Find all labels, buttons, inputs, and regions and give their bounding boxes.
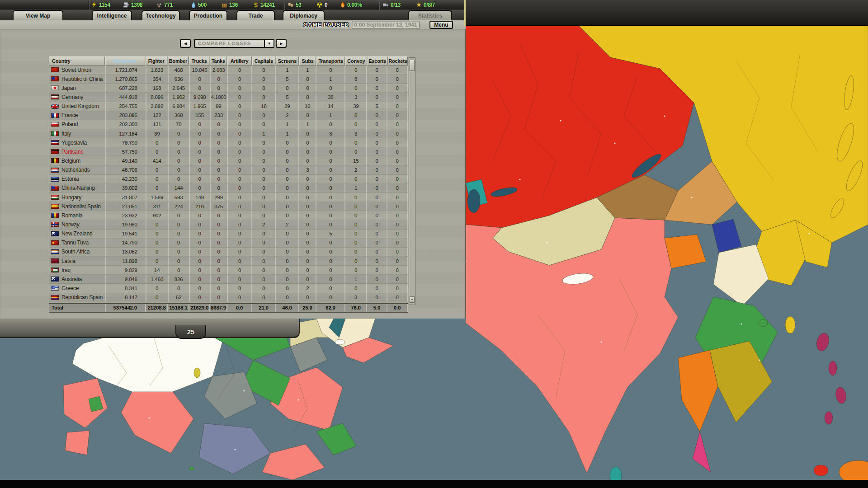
chevron-down-icon[interactable]: ▼ [264,40,274,47]
manpower-icon [288,2,294,8]
column-header-tanks[interactable]: Tanks [210,56,226,66]
country-name: Estonia [61,176,79,182]
column-header-transports[interactable]: Transports [316,56,345,66]
tab-technology[interactable]: Technology [142,10,180,21]
value-cell: 39.002 [106,184,146,192]
tab-statistics[interactable]: Statistics [408,10,452,21]
country-flag-icon [51,258,59,263]
table-row: Poland202.300131700000110000 [49,120,408,129]
column-header-country[interactable]: Country [49,56,105,66]
table-body: Soviet Union1.721.0741.83346810.0452.683… [49,66,408,302]
resource-rare-materials: 771 [156,1,173,9]
column-header-trucks[interactable]: Trucks [189,56,209,66]
value-cell: 0 [211,147,228,156]
value-cell: 0 [387,93,408,101]
column-header-convoy[interactable]: Convoy [345,56,367,66]
value-cell: 1 [276,66,299,74]
value-cell: 0 [316,156,345,165]
ledger-select-label: COMPARE LOSSES [195,41,251,46]
value-cell: 0 [228,184,253,192]
column-header-fighter[interactable]: Fighter [146,56,167,66]
value-cell: 0 [345,211,367,220]
value-cell: 42.230 [106,175,146,183]
tab-diplomacy[interactable]: Diplomacy [283,10,325,21]
value-cell: 0 [387,230,408,238]
tab-trade[interactable]: Trade [236,10,275,21]
value-cell: 0 [146,293,169,302]
value-cell: 3 [316,129,345,138]
scrollbar-thumb[interactable] [410,60,415,71]
ledger-page-indicator[interactable]: 25 [175,325,206,339]
value-cell: 1 [345,275,367,283]
ledger-prev-button[interactable]: ◀ [180,39,191,48]
value-cell: 468 [169,66,190,74]
tab-intelligence[interactable]: Intelligence [92,10,132,21]
column-header-bomber[interactable]: Bomber [168,56,189,66]
menu-button[interactable]: Menu [429,21,453,29]
value-cell: 0 [169,284,190,292]
value-cell: 0 [190,266,211,274]
country-flag-icon [51,195,59,200]
country-cell: Estonia [49,175,106,183]
tab-view-map[interactable]: View Map [13,10,63,21]
value-cell: 2 [276,220,299,229]
value-cell: 0 [299,202,316,211]
country-flag-icon [51,286,59,291]
value-cell: 0 [387,102,408,111]
value-cell: 0 [316,257,345,265]
value-cell: 0 [228,102,253,111]
value-cell: 607.228 [106,84,146,92]
value-cell: 1 [316,75,345,83]
value-cell: 0 [387,248,408,256]
value-cell: 5 [276,93,299,101]
column-header-screens[interactable]: Screens [276,56,299,66]
value-cell: 0 [228,230,253,238]
value-cell: 0 [367,266,387,274]
value-cell: 0 [345,220,367,229]
country-flag-icon [51,177,59,182]
value-cell: 1 [299,120,316,129]
value-cell: 9.829 [106,266,146,274]
value-cell: 0 [299,156,316,165]
value-cell: 0 [276,230,299,238]
country-name: Japan [61,85,76,91]
value-cell: 122 [146,111,169,120]
value-cell: 0 [345,284,367,292]
column-header-capitals[interactable]: Capitals [252,56,275,66]
value-cell: 0 [146,147,169,156]
country-cell: Yugoslavia [49,138,106,147]
value-cell: 29 [276,102,299,111]
value-cell: 0 [228,202,253,211]
value-cell: 0 [276,239,299,247]
value-cell: 0 [345,111,367,120]
table-row: Latvia11.898000000000000 [49,257,408,266]
ledger-next-button[interactable]: ▶ [276,39,287,48]
value-cell: 0 [367,156,387,165]
value-cell: 0 [252,257,276,265]
country-name: Belgium [61,158,80,164]
value-cell: 0 [345,239,367,247]
ledger-select[interactable]: COMPARE LOSSES ▼ [194,39,274,48]
value-cell: 0 [211,84,228,92]
column-header-escorts[interactable]: Escorts [368,56,387,66]
column-header-artillery[interactable]: Artillery [227,56,252,66]
world-map-africa[interactable] [0,319,466,480]
total-value-cell: 21629.0 [189,304,210,312]
value-cell: 131 [146,120,169,129]
table-scrollbar[interactable]: ▼ [409,57,415,305]
value-cell: 0 [316,266,345,274]
scrollbar-down-button[interactable]: ▼ [410,296,415,303]
value-cell: 0 [299,93,316,101]
value-cell: 0 [387,211,408,220]
country-flag-icon [51,67,59,72]
column-header-manpower[interactable]: Manpower [105,56,145,66]
value-cell: 0 [387,284,408,292]
country-flag-icon [51,249,59,254]
tab-production[interactable]: Production [189,10,227,21]
value-cell: 0 [169,129,190,138]
country-cell: Netherlands [49,166,106,174]
column-header-subs[interactable]: Subs [299,56,316,66]
value-cell: 375 [211,202,228,211]
world-map-asia[interactable] [466,26,868,480]
column-header-rockets[interactable]: Rockets [388,56,408,66]
